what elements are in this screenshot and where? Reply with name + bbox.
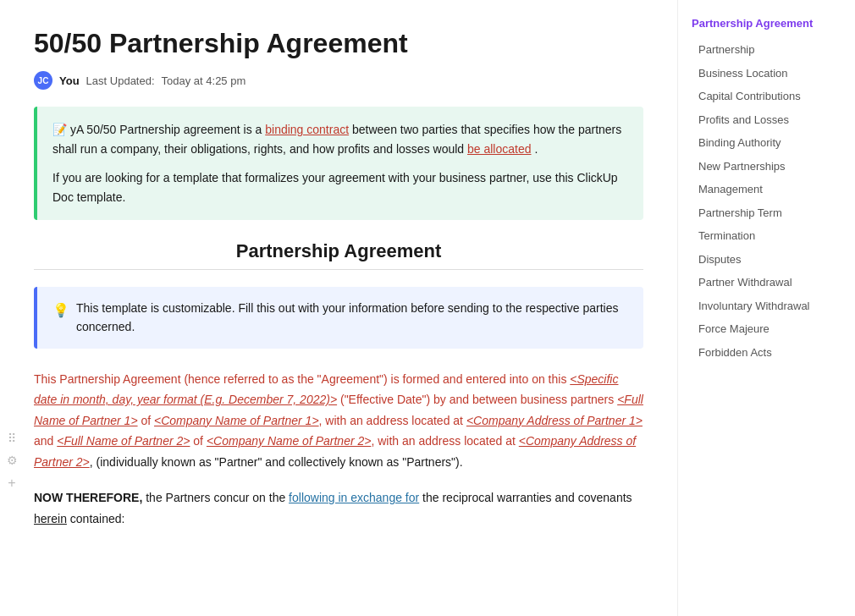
left-gutter: ⠿ ⚙ + — [0, 0, 24, 616]
body-p1-text4: , with an address located at — [319, 414, 466, 427]
section-heading: Partnership Agreement — [34, 240, 643, 262]
binding-contract-link[interactable]: binding contract — [265, 123, 349, 136]
partner1-company-link[interactable]: <Company Name of Partner 1> — [154, 414, 319, 427]
body-p1-text5: and — [34, 434, 57, 448]
last-updated-label: Last Updated: — [86, 74, 155, 87]
body-p1-text1: This Partnership Agreement (hence referr… — [34, 372, 570, 386]
sidebar-item-partner-withdrawal[interactable]: Partner Withdrawal — [692, 271, 841, 294]
sidebar-item-partnership-term[interactable]: Partnership Term — [692, 201, 841, 225]
body-p2-text2: the reciprocal warranties and covenants — [422, 491, 632, 504]
doc-title: 50/50 Partnership Agreement — [34, 27, 643, 59]
last-updated-value: Today at 4:25 pm — [162, 74, 246, 87]
body-p1-text2: ("Effective Date") by and between busine… — [337, 393, 617, 406]
body-paragraph-1: This Partnership Agreement (hence referr… — [34, 369, 643, 473]
callout-text-1: yA 50/50 Partnership agreement is a — [70, 123, 265, 136]
sidebar-item-force-majeure[interactable]: Force Majeure — [692, 317, 841, 341]
add-block-icon[interactable]: + — [8, 476, 15, 491]
meta-row: JC You Last Updated: Today at 4:25 pm — [34, 71, 643, 90]
sidebar: Partnership Agreement Partnership Busine… — [677, 0, 855, 616]
sidebar-item-business-location[interactable]: Business Location — [692, 62, 841, 85]
body-p2-text3: contained: — [70, 512, 125, 525]
body-p1-text7: , with an address located at — [371, 434, 518, 448]
section-divider — [34, 269, 643, 270]
partner1-address-link[interactable]: <Company Address of Partner 1> — [466, 414, 643, 427]
sidebar-item-capital-contributions[interactable]: Capital Contributions — [692, 85, 841, 108]
sidebar-item-partnership[interactable]: Partnership — [692, 38, 841, 62]
settings-icon[interactable]: ⚙ — [7, 454, 18, 467]
herein-link[interactable]: herein — [34, 512, 67, 525]
callout-text-4: If you are looking for a template that f… — [52, 171, 618, 203]
sidebar-item-management[interactable]: Management — [692, 178, 841, 201]
now-therefore-bold: NOW THEREFORE, — [34, 491, 142, 504]
intro-callout-blue: 💡 This template is customizable. Fill th… — [34, 287, 643, 349]
following-link[interactable]: following in exchange for — [289, 491, 419, 504]
body-p2-text1: the Partners concur on the — [146, 491, 289, 504]
callout-text-3: . — [534, 142, 538, 156]
sidebar-item-termination[interactable]: Termination — [692, 224, 841, 248]
callout-emoji: 📝 — [52, 123, 67, 136]
drag-handle-icon[interactable]: ⠿ — [8, 432, 16, 445]
body-p1-text3: of — [138, 414, 154, 427]
main-content: 50/50 Partnership Agreement JC You Last … — [24, 0, 677, 616]
sidebar-item-new-partnerships[interactable]: New Partnerships — [692, 155, 841, 179]
avatar: JC — [34, 71, 52, 90]
callout-blue-text: This template is customizable. Fill this… — [76, 299, 628, 337]
sidebar-item-disputes[interactable]: Disputes — [692, 248, 841, 272]
be-allocated-link[interactable]: be allocated — [467, 142, 532, 156]
sidebar-item-involuntary-withdrawal[interactable]: Involuntary Withdrawal — [692, 294, 841, 318]
body-p1-text8: , (individually known as "Partner" and c… — [90, 455, 463, 469]
bulb-icon: 💡 — [52, 300, 69, 337]
callout-green-para1: 📝 yA 50/50 Partnership agreement is a bi… — [52, 120, 628, 158]
sidebar-title: Partnership Agreement — [692, 17, 841, 30]
body-paragraph-2: NOW THEREFORE, the Partners concur on th… — [34, 487, 643, 529]
intro-callout-green: 📝 yA 50/50 Partnership agreement is a bi… — [34, 107, 643, 220]
callout-green-para2: If you are looking for a template that f… — [52, 168, 628, 206]
sidebar-item-forbidden-acts[interactable]: Forbidden Acts — [692, 341, 841, 365]
sidebar-item-binding-authority[interactable]: Binding Authority — [692, 131, 841, 155]
partner2-company-link[interactable]: <Company Name of Partner 2> — [207, 434, 372, 448]
author-label: You — [59, 74, 80, 87]
partner2-name-link[interactable]: <Full Name of Partner 2> — [57, 434, 190, 448]
body-p1-text6: of — [190, 434, 206, 448]
sidebar-item-profits-losses[interactable]: Profits and Losses — [692, 108, 841, 132]
